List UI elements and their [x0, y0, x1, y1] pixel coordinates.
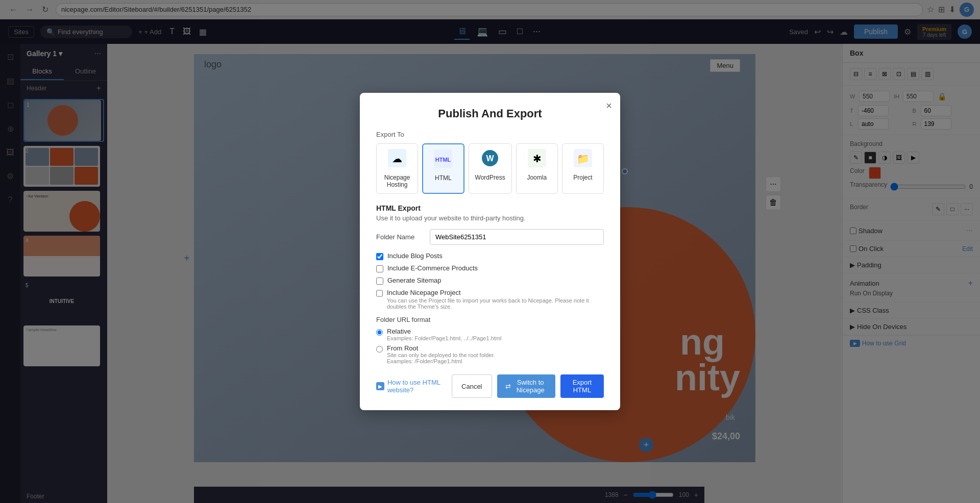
- wordpress-icon: W: [481, 149, 499, 171]
- switch-nicepage-button[interactable]: ⇄ Switch to Nicepage: [497, 374, 555, 398]
- folder-url-label: Folder URL format: [376, 316, 604, 323]
- nicepage-label: Nicepage Hosting: [383, 174, 411, 188]
- export-to-label: Export To: [376, 131, 604, 138]
- relative-radio[interactable]: [376, 329, 383, 336]
- svg-text:HTML: HTML: [435, 157, 451, 163]
- relative-content: Relative Examples: Folder/Page1.html, ..…: [387, 328, 604, 341]
- export-options: ☁ Nicepage Hosting HTML HTML: [376, 143, 604, 194]
- html-export-title: HTML Export: [376, 204, 604, 212]
- from-root-desc: Site can only be deployed to the root fo…: [387, 352, 604, 364]
- svg-text:☁: ☁: [392, 153, 402, 164]
- export-html-button[interactable]: Export HTML: [560, 374, 604, 398]
- publish-export-modal: Publish And Export × Export To ☁ Nicepag…: [360, 93, 620, 410]
- svg-text:✱: ✱: [532, 153, 541, 164]
- wordpress-label: WordPress: [475, 174, 505, 181]
- svg-text:📁: 📁: [576, 153, 589, 165]
- nicepage-icon: ☁: [388, 149, 406, 171]
- modal-overlay: Publish And Export × Export To ☁ Nicepag…: [0, 0, 980, 503]
- sitemap-label: Generate Sitemap: [387, 276, 442, 284]
- sitemap-checkbox[interactable]: [376, 278, 383, 285]
- joomla-icon: ✱: [528, 149, 546, 171]
- html-export-desc: Use it to upload your website to third-p…: [376, 214, 604, 222]
- relative-label: Relative: [387, 328, 604, 335]
- modal-buttons: Cancel ⇄ Switch to Nicepage Export HTML: [452, 374, 604, 398]
- nicepage-project-label: Include Nicepage Project: [387, 289, 604, 296]
- export-option-wordpress[interactable]: W WordPress: [469, 143, 512, 194]
- checkbox-sitemap: Generate Sitemap: [376, 276, 604, 285]
- folder-name-row: Folder Name: [376, 229, 604, 245]
- folder-name-label: Folder Name: [376, 233, 425, 241]
- switch-icon: ⇄: [505, 383, 511, 390]
- checkbox-blog: Include Blog Posts: [376, 252, 604, 260]
- modal-footer: ▶ How to use HTML website? Cancel ⇄ Swit…: [376, 374, 604, 398]
- html-icon: HTML: [434, 149, 452, 171]
- radio-group: Relative Examples: Folder/Page1.html, ..…: [376, 328, 604, 364]
- modal-close-button[interactable]: ×: [606, 100, 612, 112]
- export-option-html[interactable]: HTML HTML: [422, 143, 464, 194]
- how-to-html-text: How to use HTML website?: [387, 379, 452, 394]
- project-icon: 📁: [574, 149, 592, 171]
- project-label: Project: [573, 174, 592, 181]
- blog-checkbox[interactable]: [376, 253, 383, 260]
- from-root-radio[interactable]: [376, 346, 383, 353]
- ecommerce-checkbox[interactable]: [376, 265, 383, 272]
- blog-label: Include Blog Posts: [387, 252, 443, 260]
- export-option-joomla[interactable]: ✱ Joomla: [516, 143, 558, 194]
- joomla-label: Joomla: [527, 174, 547, 181]
- svg-text:W: W: [486, 154, 495, 163]
- nicepage-project-sub: You can use the Project file to import y…: [387, 297, 604, 310]
- folder-name-input[interactable]: [430, 229, 604, 245]
- from-root-content: From Root Site can only be deployed to t…: [387, 344, 604, 364]
- html-label: HTML: [435, 174, 452, 182]
- ecommerce-label: Include E-Commerce Products: [387, 264, 478, 272]
- cancel-button[interactable]: Cancel: [452, 374, 492, 398]
- how-to-html-link[interactable]: ▶ How to use HTML website?: [376, 379, 452, 394]
- how-to-html-icon: ▶: [376, 382, 384, 390]
- radio-from-root: From Root Site can only be deployed to t…: [376, 344, 604, 364]
- checkbox-ecommerce: Include E-Commerce Products: [376, 264, 604, 272]
- export-option-project[interactable]: 📁 Project: [562, 143, 604, 194]
- radio-relative: Relative Examples: Folder/Page1.html, ..…: [376, 328, 604, 341]
- export-option-nicepage[interactable]: ☁ Nicepage Hosting: [376, 143, 418, 194]
- from-root-label: From Root: [387, 344, 604, 352]
- nicepage-project-checkbox[interactable]: [376, 290, 383, 297]
- modal-title: Publish And Export: [376, 107, 604, 120]
- relative-desc: Examples: Folder/Page1.html, ../../Page1…: [387, 335, 604, 341]
- checkbox-nicepage: Include Nicepage Project You can use the…: [376, 289, 604, 310]
